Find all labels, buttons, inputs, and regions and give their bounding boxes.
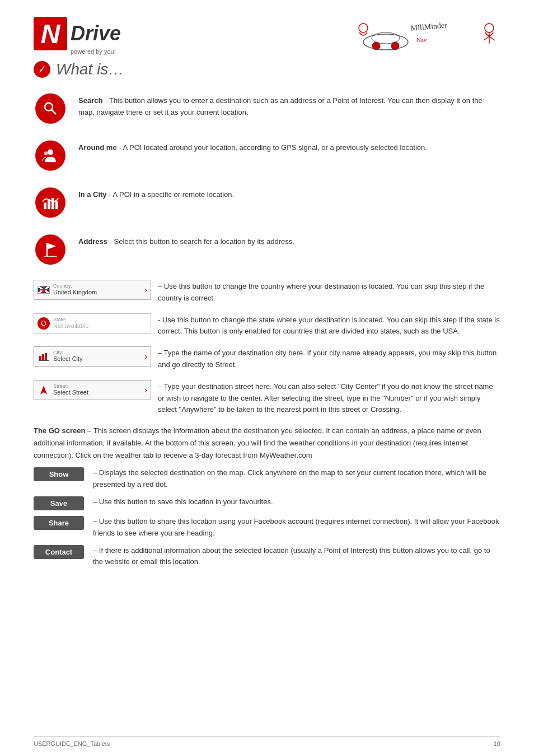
around-me-desc-text: - A POI located around your location, ac… <box>117 143 427 152</box>
svg-rect-18 <box>55 201 58 209</box>
around-me-icon <box>35 140 65 171</box>
city-value: Select City <box>53 355 141 363</box>
svg-text:MillMinder: MillMinder <box>410 21 448 32</box>
svg-rect-25 <box>39 360 49 361</box>
logo-drive-text: Drive <box>71 22 121 45</box>
svg-line-10 <box>489 36 495 40</box>
state-label-area: State: Not available <box>53 317 147 330</box>
street-field-row: Street: Select Street › – Type your dest… <box>34 380 500 416</box>
in-a-city-icon-box <box>34 186 67 219</box>
street-icon <box>38 384 50 396</box>
city-label-area: City: Select City <box>53 350 141 363</box>
city-field-description: – Type the name of your destination city… <box>158 346 500 371</box>
header-right-sketch: MillMinder Nav <box>355 17 500 53</box>
svg-rect-15 <box>44 203 46 209</box>
search-icon <box>35 93 65 124</box>
share-button-row: Share – Use this button to share this lo… <box>34 516 500 539</box>
page-header: N Drive powered by you! ✓ What is… <box>34 17 500 78</box>
address-description: Address - Select this button to search f… <box>78 233 500 248</box>
footer-guide-label: USERGUIDE_ENG_Tablets <box>34 740 110 747</box>
page-footer: USERGUIDE_ENG_Tablets 10 <box>34 736 500 747</box>
logo-n-letter: N <box>34 17 67 50</box>
go-screen-description: – This screen displays the information a… <box>34 426 481 459</box>
address-label: Address <box>78 237 107 246</box>
country-value: United Kingdom <box>53 289 141 296</box>
svg-point-7 <box>485 24 494 32</box>
show-button[interactable]: Show <box>34 467 84 481</box>
in-a-city-desc-text: - A POI in a specific or remote location… <box>107 190 235 199</box>
street-arrow-icon: › <box>144 386 147 395</box>
around-me-icon-box <box>34 139 67 172</box>
country-arrow-icon: › <box>144 285 147 294</box>
state-value: Not available <box>53 322 147 330</box>
save-button[interactable]: Save <box>34 496 84 510</box>
svg-point-2 <box>372 42 380 50</box>
street-sublabel: Street: <box>53 384 141 389</box>
address-section: Address - Select this button to search f… <box>34 233 500 266</box>
address-icon <box>35 234 65 265</box>
address-desc-text: - Select this button to search for a loc… <box>107 237 294 246</box>
logo-area: N Drive powered by you! ✓ What is… <box>34 17 124 78</box>
around-me-label: Around me <box>78 143 117 152</box>
svg-point-4 <box>359 24 368 32</box>
save-button-row: Save – Use this button to save this loca… <box>34 496 500 510</box>
search-section: Search - This button allows you to enter… <box>34 92 500 125</box>
go-screen-section: The GO screen – This screen displays the… <box>34 425 500 462</box>
svg-marker-26 <box>40 386 47 395</box>
svg-marker-20 <box>47 243 56 250</box>
in-a-city-label: In a City <box>78 190 107 199</box>
country-sublabel: Country: <box>53 284 141 289</box>
country-label-area: Country: United Kingdom <box>53 284 141 296</box>
search-desc-text: - This button allows you to enter a dest… <box>78 96 483 116</box>
street-label-area: Street: Select Street <box>53 384 141 396</box>
city-widget[interactable]: City: Select City › <box>34 346 151 367</box>
svg-point-3 <box>391 42 399 50</box>
svg-rect-16 <box>48 200 50 209</box>
state-widget[interactable]: Q State: Not available <box>34 313 151 334</box>
state-sublabel: State: <box>53 317 147 322</box>
share-button-description: – Use this button to share this location… <box>93 516 500 539</box>
city-sublabel: City: <box>53 350 141 355</box>
svg-text:Nav: Nav <box>416 36 427 43</box>
search-description: Search - This button allows you to enter… <box>78 92 500 119</box>
svg-point-0 <box>363 34 408 50</box>
svg-point-14 <box>44 152 48 156</box>
around-me-section: Around me - A POI located around your lo… <box>34 139 500 172</box>
in-a-city-description: In a City - A POI in a specific or remot… <box>78 186 500 201</box>
city-arrow-icon: › <box>144 352 147 361</box>
state-field-row: Q State: Not available - Use this button… <box>34 313 500 338</box>
svg-line-12 <box>51 110 56 114</box>
contact-button-description: – If there is additional information abo… <box>93 545 500 569</box>
svg-point-13 <box>48 149 53 155</box>
street-value: Select Street <box>53 389 141 396</box>
state-icon: Q <box>38 317 50 330</box>
state-field-description: - Use this button to change the state wh… <box>158 313 500 338</box>
street-widget[interactable]: Street: Select Street › <box>34 380 151 400</box>
country-field-description: – Use this button to change the country … <box>158 280 500 304</box>
logo-box: N Drive <box>34 17 121 50</box>
show-button-description: – Displays the selected destination on t… <box>93 467 500 491</box>
address-icon-box <box>34 233 67 266</box>
footer-page-number: 10 <box>494 740 500 747</box>
city-icon <box>38 350 50 363</box>
svg-line-9 <box>484 36 489 40</box>
svg-rect-24 <box>45 353 47 361</box>
go-screen-heading: The GO screen <box>34 426 85 435</box>
decorative-sketch: MillMinder Nav <box>355 17 500 53</box>
share-button[interactable]: Share <box>34 516 84 530</box>
contact-button-row: Contact – If there is additional informa… <box>34 545 500 569</box>
svg-point-11 <box>45 103 53 111</box>
country-widget[interactable]: Country: United Kingdom › <box>34 280 151 300</box>
city-field-row: City: Select City › – Type the name of y… <box>34 346 500 371</box>
contact-button[interactable]: Contact <box>34 545 84 559</box>
in-a-city-icon <box>35 187 65 218</box>
country-flag-icon <box>38 284 50 296</box>
search-label: Search <box>78 96 102 105</box>
in-a-city-section: In a City - A POI in a specific or remot… <box>34 186 500 219</box>
what-is-section: ✓ What is… <box>34 60 124 78</box>
svg-rect-17 <box>51 198 54 209</box>
what-is-title: What is… <box>56 60 124 78</box>
save-button-description: – Use this button to save this location … <box>93 496 500 508</box>
checkmark-icon: ✓ <box>34 61 50 78</box>
around-me-description: Around me - A POI located around your lo… <box>78 139 500 154</box>
